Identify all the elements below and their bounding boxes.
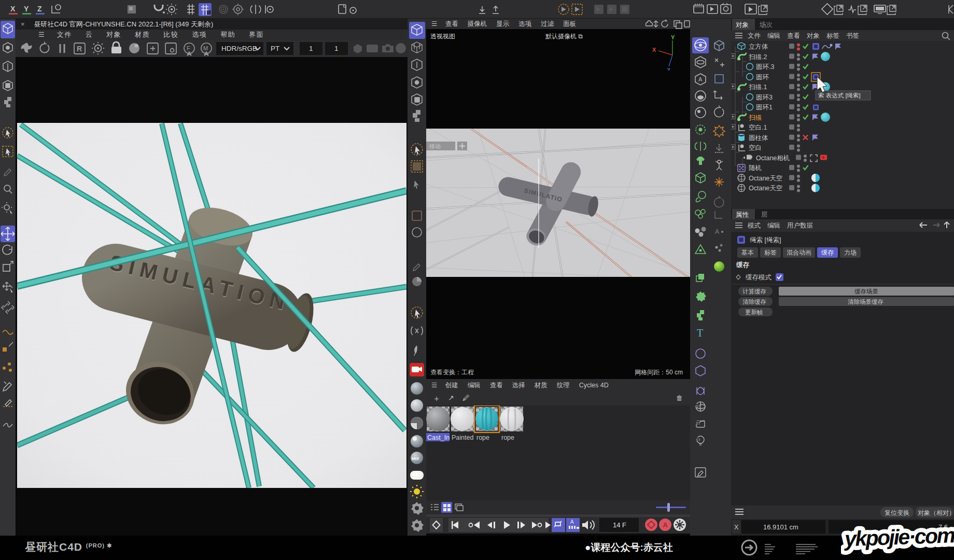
svg-text:用户数据: 用户数据 xyxy=(787,222,813,229)
svg-text:力场: 力场 xyxy=(844,249,857,256)
svg-text:MIX: MIX xyxy=(412,456,419,461)
svg-text:HDR/sRGB: HDR/sRGB xyxy=(221,45,257,52)
svg-text:更新帧: 更新帧 xyxy=(745,309,763,315)
svg-text:标签: 标签 xyxy=(764,249,777,256)
svg-text:基本: 基本 xyxy=(741,249,754,256)
svg-text:X: X xyxy=(652,47,656,53)
svg-text:对象（相对）: 对象（相对） xyxy=(918,509,954,516)
svg-text:缓存场景: 缓存场景 xyxy=(854,288,878,295)
svg-text:圆环1: 圆环1 xyxy=(756,104,773,111)
svg-text:扫描.2: 扫描.2 xyxy=(749,53,767,61)
svg-text:ST: ST xyxy=(696,438,701,442)
svg-text:圆环3: 圆环3 xyxy=(756,94,773,101)
svg-text:缓存: 缓存 xyxy=(821,249,834,256)
svg-text:PT: PT xyxy=(271,45,279,52)
svg-text:A: A xyxy=(570,519,574,525)
svg-text:R: R xyxy=(77,45,82,53)
svg-text:模式: 模式 xyxy=(747,222,761,229)
svg-text:扫描.1: 扫描.1 xyxy=(749,83,767,91)
svg-text:层: 层 xyxy=(761,211,768,218)
svg-text:F: F xyxy=(187,45,190,51)
svg-text:rope: rope xyxy=(501,434,514,441)
svg-text:Z: Z xyxy=(37,5,42,13)
svg-text:14 F: 14 F xyxy=(613,521,626,529)
svg-text:对象: 对象 xyxy=(736,21,749,29)
svg-text:ST: ST xyxy=(696,422,701,425)
svg-text:圆环.3: 圆环.3 xyxy=(756,63,774,71)
svg-text:ST: ST xyxy=(696,404,701,408)
svg-text:Octane天空: Octane天空 xyxy=(749,175,782,182)
svg-text:复位变换: 复位变换 xyxy=(885,509,909,516)
svg-text:A: A xyxy=(715,228,719,235)
svg-text:对象: 对象 xyxy=(807,32,820,39)
svg-text:Y: Y xyxy=(671,34,675,40)
svg-text:清除缓存: 清除缓存 xyxy=(742,299,766,305)
svg-text:编辑: 编辑 xyxy=(767,222,780,229)
svg-text:书签: 书签 xyxy=(846,32,859,39)
svg-text:混合动画: 混合动画 xyxy=(787,249,811,256)
svg-text:标签: 标签 xyxy=(826,32,839,39)
svg-text:绳索 [绳索]: 绳索 [绳索] xyxy=(750,236,781,244)
svg-text:16.9101 cm: 16.9101 cm xyxy=(763,523,798,531)
svg-text:rope: rope xyxy=(476,434,489,441)
svg-text:扫描: 扫描 xyxy=(749,114,762,121)
svg-text:A: A xyxy=(698,76,703,82)
svg-text:移动: 移动 xyxy=(429,143,441,149)
svg-text:1: 1 xyxy=(309,45,313,52)
svg-text:缓存模式: 缓存模式 xyxy=(746,274,772,281)
svg-text:Octane天空: Octane天空 xyxy=(749,185,782,192)
svg-text:属性: 属性 xyxy=(736,211,749,218)
svg-text:Octane相机: Octane相机 xyxy=(756,155,790,162)
svg-text:Cast_In: Cast_In xyxy=(427,434,450,441)
svg-text:Y: Y xyxy=(24,5,29,13)
svg-text:ykpojie·com: ykpojie·com xyxy=(843,523,954,551)
svg-text:编辑: 编辑 xyxy=(767,32,780,39)
svg-text:缓存: 缓存 xyxy=(736,261,750,269)
svg-text:Painted: Painted xyxy=(452,434,473,441)
svg-text:M: M xyxy=(203,45,208,51)
svg-text:查看: 查看 xyxy=(787,32,800,39)
svg-text:立方体: 立方体 xyxy=(749,43,768,50)
svg-text:T: T xyxy=(697,327,703,339)
svg-text:随机: 随机 xyxy=(749,164,762,172)
svg-text:A: A xyxy=(663,521,668,529)
svg-text:X: X xyxy=(734,524,739,531)
svg-text:圆柱体: 圆柱体 xyxy=(749,134,768,142)
svg-text:计算缓存: 计算缓存 xyxy=(742,288,766,295)
svg-text:清除场景缓存: 清除场景缓存 xyxy=(848,299,883,305)
svg-text:X: X xyxy=(10,5,16,13)
svg-text:文件: 文件 xyxy=(748,32,761,39)
svg-text:1: 1 xyxy=(334,45,339,52)
svg-text:空白.1: 空白.1 xyxy=(749,124,767,131)
svg-text:索 表达式 [绳索]: 索 表达式 [绳索] xyxy=(818,92,861,99)
svg-text:圆环: 圆环 xyxy=(756,74,769,81)
svg-text:空白: 空白 xyxy=(749,144,762,151)
svg-text:场次: 场次 xyxy=(759,21,773,29)
svg-text:Z: Z xyxy=(667,67,670,71)
